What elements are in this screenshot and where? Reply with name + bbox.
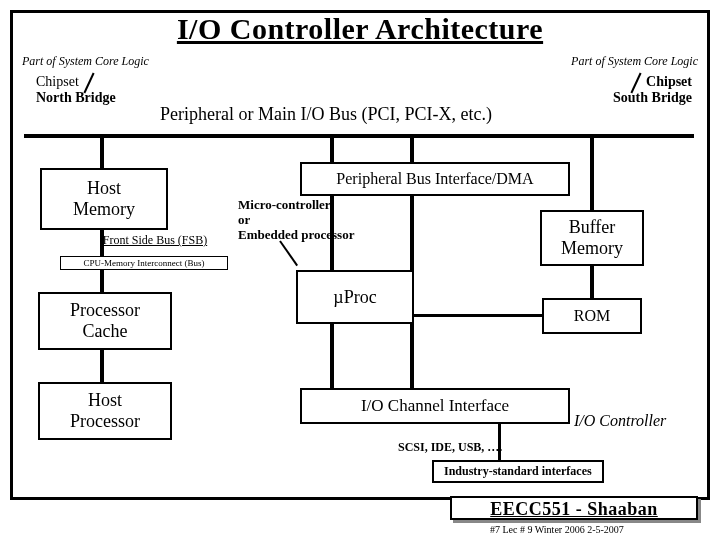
text: Host Memory — [73, 178, 135, 220]
box-processor-cache: Processor Cache — [38, 292, 172, 350]
label-chipset-right: Chipset — [646, 74, 692, 90]
text: µProc — [333, 287, 376, 308]
box-host-memory: Host Memory — [40, 168, 168, 230]
rom-connector-line — [414, 314, 542, 317]
label-io-controller: I/O Controller — [574, 412, 666, 430]
text: Buffer Memory — [561, 217, 623, 259]
text: Processor Cache — [70, 300, 140, 342]
box-rom: ROM — [542, 298, 642, 334]
label-fsb: Front Side Bus (FSB) — [90, 233, 220, 248]
label-pci-bus: Peripheral or Main I/O Bus (PCI, PCI-X, … — [160, 104, 492, 125]
text: I/O Channel Interface — [361, 396, 509, 416]
text: Host Processor — [70, 390, 140, 432]
label-south-bridge: South Bridge — [613, 90, 692, 106]
label-north-bridge: North Bridge — [36, 90, 116, 106]
label-scsi: SCSI, IDE, USB, …. — [398, 440, 502, 455]
label-chipset-left: Chipset — [36, 74, 79, 90]
box-io-channel: I/O Channel Interface — [300, 388, 570, 424]
text: ROM — [574, 307, 610, 325]
label-microcontroller: Micro-controller or Embedded processor — [238, 198, 358, 243]
box-host-processor: Host Processor — [38, 382, 172, 440]
box-buffer-memory: Buffer Memory — [540, 210, 644, 266]
box-mproc: µProc — [296, 270, 414, 324]
label-cpu-mem: CPU-Memory Interconnect (Bus) — [60, 256, 228, 270]
footer-course: EECC551 - Shaaban — [450, 496, 698, 520]
page-title: I/O Controller Architecture — [0, 12, 720, 46]
footer-note: #7 Lec # 9 Winter 2006 2-5-2007 — [490, 524, 624, 535]
box-peripheral-bus-interface: Peripheral Bus Interface/DMA — [300, 162, 570, 196]
text: Peripheral Bus Interface/DMA — [336, 170, 533, 188]
label-part-left: Part of System Core Logic — [22, 54, 149, 69]
label-part-right: Part of System Core Logic — [571, 54, 698, 69]
box-industry-standard: Industry-standard interfaces — [432, 460, 604, 483]
